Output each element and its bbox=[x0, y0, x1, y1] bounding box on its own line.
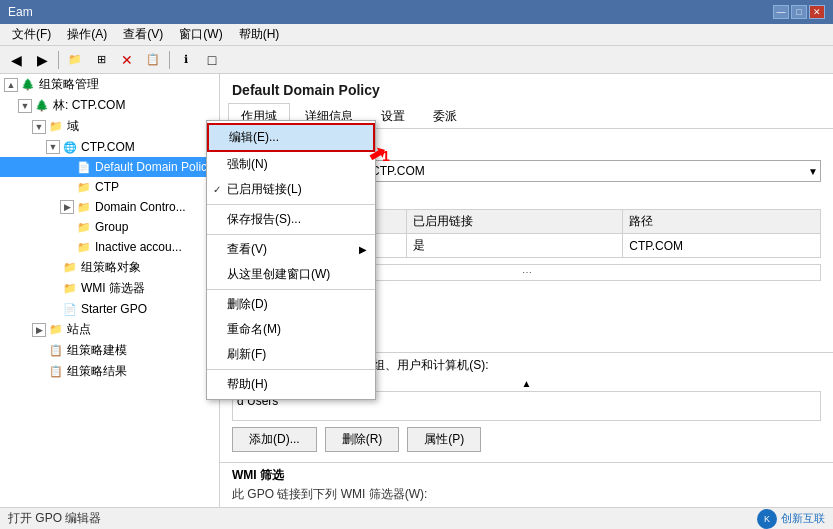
gpo-objects-icon: 📁 bbox=[62, 260, 78, 276]
ctx-rename-label: 重命名(M) bbox=[227, 321, 281, 338]
ctx-view[interactable]: 查看(V) ▶ bbox=[207, 237, 375, 262]
expand-root[interactable]: ▲ bbox=[4, 78, 18, 92]
col-path[interactable]: 路径 bbox=[623, 210, 821, 234]
wmi-title: WMI 筛选 bbox=[232, 467, 821, 484]
location-combo[interactable]: CTP.COM ▼ bbox=[366, 160, 821, 182]
expand-ctpcom[interactable]: ▼ bbox=[46, 140, 60, 154]
tab-delegate[interactable]: 委派 bbox=[420, 103, 470, 129]
ctx-sep2 bbox=[207, 234, 375, 235]
tree-wmi-label: WMI 筛选器 bbox=[81, 280, 145, 297]
tree-domains-label: 域 bbox=[67, 118, 79, 135]
ctx-create-window[interactable]: 从这里创建窗口(W) bbox=[207, 262, 375, 287]
expand-forest[interactable]: ▼ bbox=[18, 99, 32, 113]
ctx-refresh[interactable]: 刷新(F) bbox=[207, 342, 375, 367]
expand-sites[interactable]: ▶ bbox=[32, 323, 46, 337]
maximize-button[interactable]: □ bbox=[791, 5, 807, 19]
domains-icon: 📁 bbox=[48, 119, 64, 135]
tree-default-gpo[interactable]: □ 📄 Default Domain Policy bbox=[0, 157, 219, 177]
delete-button[interactable]: ✕ bbox=[115, 49, 139, 71]
tree-ctpcom-label: CTP.COM bbox=[81, 140, 135, 154]
toolbar-sep2 bbox=[169, 51, 170, 69]
annotation-number: 1 bbox=[382, 148, 390, 164]
tree-sites[interactable]: ▶ 📁 站点 bbox=[0, 319, 219, 340]
ctx-sep3 bbox=[207, 289, 375, 290]
ctx-force[interactable]: 强制(N) bbox=[207, 152, 375, 177]
forest-icon: 🌲 bbox=[34, 98, 50, 114]
tree-gpo-objects[interactable]: □ 📁 组策略对象 bbox=[0, 257, 219, 278]
wmi-icon: 📁 bbox=[62, 281, 78, 297]
back-button[interactable]: ◀ bbox=[4, 49, 28, 71]
ctx-save-report[interactable]: 保存报告(S)... bbox=[207, 207, 375, 232]
tree-ctp-label: CTP bbox=[95, 180, 119, 194]
tree-modeling[interactable]: □ 📋 组策略建模 bbox=[0, 340, 219, 361]
tree-starter-label: Starter GPO bbox=[81, 302, 147, 316]
tree-ctp[interactable]: □ 📁 CTP bbox=[0, 177, 219, 197]
ctpcom-icon: 🌐 bbox=[62, 139, 78, 155]
grid-button[interactable]: ⊞ bbox=[89, 49, 113, 71]
title-text: Eam bbox=[8, 5, 33, 19]
ctx-enabled-link[interactable]: ✓ 已启用链接(L) bbox=[207, 177, 375, 202]
expand-domain-ctrl[interactable]: ▶ bbox=[60, 200, 74, 214]
logo-text: 创新互联 bbox=[781, 511, 825, 526]
tree-forest[interactable]: ▼ 🌲 林: CTP.COM bbox=[0, 95, 219, 116]
ctx-force-label: 强制(N) bbox=[227, 156, 268, 173]
minimize-button[interactable]: — bbox=[773, 5, 789, 19]
ctx-help-label: 帮助(H) bbox=[227, 376, 268, 393]
menu-bar: 文件(F) 操作(A) 查看(V) 窗口(W) 帮助(H) bbox=[0, 24, 833, 46]
tree-domains[interactable]: ▼ 📁 域 bbox=[0, 116, 219, 137]
group-icon: 📁 bbox=[76, 219, 92, 235]
tree-starter-gpo[interactable]: □ 📄 Starter GPO bbox=[0, 299, 219, 319]
menu-help[interactable]: 帮助(H) bbox=[231, 24, 288, 45]
wmi-section: WMI 筛选 此 GPO 链接到下列 WMI 筛选器(W): bbox=[220, 462, 833, 507]
combo-arrow-icon: ▼ bbox=[808, 166, 818, 177]
status-text: 打开 GPO 编辑器 bbox=[8, 510, 101, 527]
expand-domains[interactable]: ▼ bbox=[32, 120, 46, 134]
tree-sites-label: 站点 bbox=[67, 321, 91, 338]
left-panel: ▲ 🌲 组策略管理 ▼ 🌲 林: CTP.COM ▼ 📁 域 ▼ 🌐 CTP.C… bbox=[0, 74, 220, 507]
info-button[interactable]: ℹ bbox=[174, 49, 198, 71]
menu-file[interactable]: 文件(F) bbox=[4, 24, 59, 45]
add-button[interactable]: 添加(D)... bbox=[232, 427, 317, 452]
window-button[interactable]: □ bbox=[200, 49, 224, 71]
toolbar-sep1 bbox=[58, 51, 59, 69]
tree-inactive[interactable]: □ 📁 Inactive accou... bbox=[0, 237, 219, 257]
tree-ctpcom[interactable]: ▼ 🌐 CTP.COM bbox=[0, 137, 219, 157]
sites-icon: 📁 bbox=[48, 322, 64, 338]
results-icon: 📋 bbox=[48, 364, 64, 380]
ctx-delete[interactable]: 删除(D) bbox=[207, 292, 375, 317]
properties-button[interactable]: 属性(P) bbox=[407, 427, 481, 452]
remove-button[interactable]: 删除(R) bbox=[325, 427, 400, 452]
col-enabled[interactable]: 已启用链接 bbox=[407, 210, 623, 234]
menu-view[interactable]: 查看(V) bbox=[115, 24, 171, 45]
modeling-icon: 📋 bbox=[48, 343, 64, 359]
title-bar: Eam — □ ✕ bbox=[0, 0, 833, 24]
close-button[interactable]: ✕ bbox=[809, 5, 825, 19]
ctx-help[interactable]: 帮助(H) bbox=[207, 372, 375, 397]
logo-icon: K bbox=[757, 509, 777, 529]
right-panel-title: Default Domain Policy bbox=[220, 74, 833, 102]
folder-button[interactable]: 📁 bbox=[63, 49, 87, 71]
tree-root[interactable]: ▲ 🌲 组策略管理 bbox=[0, 74, 219, 95]
ctx-edit[interactable]: 编辑(E)... bbox=[207, 123, 375, 152]
tree-group-label: Group bbox=[95, 220, 128, 234]
menu-window[interactable]: 窗口(W) bbox=[171, 24, 230, 45]
tree-group[interactable]: □ 📁 Group bbox=[0, 217, 219, 237]
gpo-icon: 📄 bbox=[76, 159, 92, 175]
menu-action[interactable]: 操作(A) bbox=[59, 24, 115, 45]
root-icon: 🌲 bbox=[20, 77, 36, 93]
cell-path: CTP.COM bbox=[623, 234, 821, 258]
tree-results-label: 组策略结果 bbox=[67, 363, 127, 380]
tree-results[interactable]: □ 📋 组策略结果 bbox=[0, 361, 219, 382]
copy-button[interactable]: 📋 bbox=[141, 49, 165, 71]
tree-domain-ctrl-label: Domain Contro... bbox=[95, 200, 186, 214]
tree-forest-label: 林: CTP.COM bbox=[53, 97, 125, 114]
toolbar: ◀ ▶ 📁 ⊞ ✕ 📋 ℹ □ bbox=[0, 46, 833, 74]
tree-domain-ctrl[interactable]: ▶ 📁 Domain Contro... bbox=[0, 197, 219, 217]
tree-wmi[interactable]: □ 📁 WMI 筛选器 bbox=[0, 278, 219, 299]
ctx-rename[interactable]: 重命名(M) bbox=[207, 317, 375, 342]
title-bar-buttons: — □ ✕ bbox=[773, 5, 825, 19]
inactive-icon: 📁 bbox=[76, 239, 92, 255]
forward-button[interactable]: ▶ bbox=[30, 49, 54, 71]
wmi-desc: 此 GPO 链接到下列 WMI 筛选器(W): bbox=[232, 486, 821, 503]
ctx-edit-label: 编辑(E)... bbox=[229, 129, 279, 146]
